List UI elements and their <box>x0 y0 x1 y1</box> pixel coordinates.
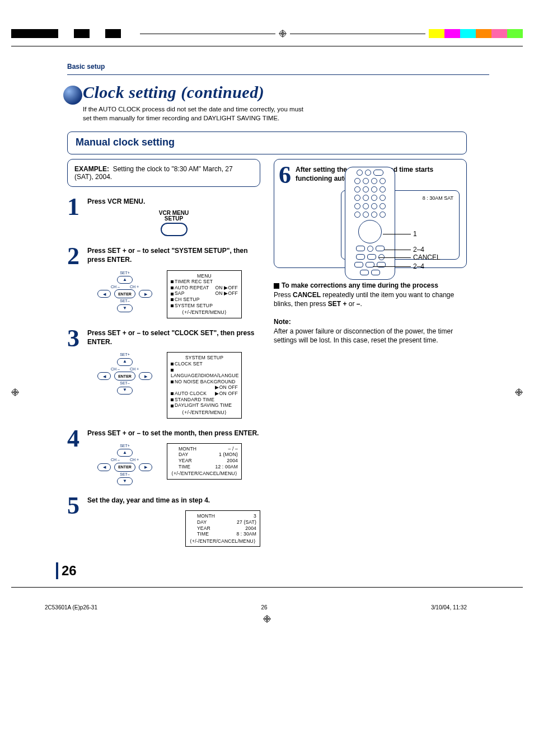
note-body: After a power failure or disconnection o… <box>274 327 467 345</box>
step-5: 5 Set the day, year and time as in step … <box>67 496 260 547</box>
registration-mark-icon <box>11 388 19 396</box>
remote-callout-2: 2–4 <box>413 246 424 253</box>
note-heading: Note: <box>274 318 467 326</box>
square-bullet-icon <box>274 283 279 289</box>
footer-right: 3/10/04, 11:32 <box>431 604 467 611</box>
osd-clock-set: MONTH– / –DAY1 (MON)YEAR2004TIME12 : 00A… <box>167 443 242 480</box>
example-label: EXAMPLE: <box>74 165 109 173</box>
registration-mark-icon <box>263 615 271 623</box>
osd-clock-set-result: MONTH3DAY27 (SAT)YEAR2004TIME8 : 30AM ⟨+… <box>185 510 260 547</box>
footer-left: 2C53601A (E)p26-31 <box>45 604 97 611</box>
registration-mark-icon <box>515 388 523 396</box>
registration-mark-icon <box>279 30 287 37</box>
corrections-heading: To make corrections any time during the … <box>274 281 467 289</box>
corrections-body: Press CANCEL repeatedly until the item y… <box>274 290 467 308</box>
step-1-text: Press VCR MENU. <box>87 198 145 205</box>
registration-color-bars <box>11 25 523 43</box>
step-number: 5 <box>67 496 87 547</box>
page-title: Clock setting (continued) <box>83 83 303 102</box>
footer-center: 26 <box>261 604 267 611</box>
section-heading-box: Manual clock setting <box>67 132 467 154</box>
remote-callout-1: 1 <box>413 230 417 238</box>
step-number: 6 <box>279 165 296 185</box>
set-enter-keypad-illustration: SET+ ▲ CH – CH + ◀ ENTER ▶ <box>94 270 156 313</box>
step-3: 3 Press SET + or – to select "CLOCK SET"… <box>67 328 260 419</box>
step-number: 4 <box>67 429 87 486</box>
step-4: 4 Press SET + or – to set the month, the… <box>67 429 260 486</box>
remote-callout-cancel: CANCEL <box>413 253 441 261</box>
remote-callout-3: 2–4 <box>413 262 424 270</box>
svg-point-4 <box>63 86 82 105</box>
step-number: 1 <box>67 197 87 236</box>
header-rule <box>67 74 489 75</box>
vcr-menu-button-illustration: VCR MENU SETUP <box>87 210 260 236</box>
title-bullet-icon <box>63 85 83 105</box>
intro-text: If the AUTO CLOCK process did not set th… <box>83 105 303 123</box>
section-label: Basic setup <box>67 63 105 71</box>
remote-illustration: 1 2–4 CANCEL 2–4 <box>345 167 474 279</box>
osd-system-setup: SYSTEM SETUP CLOCK SETLANGUAGE/IDIOMA/LA… <box>167 352 242 418</box>
step-number: 3 <box>67 328 87 419</box>
section-heading: Manual clock setting <box>76 137 175 148</box>
step-1: 1 Press VCR MENU. VCR MENU SETUP <box>67 197 260 236</box>
step-number: 2 <box>67 246 87 318</box>
page-number: 26 <box>56 562 534 579</box>
section-header: Basic setup <box>67 61 489 71</box>
print-footer: 2C53601A (E)p26-31 26 3/10/04, 11:32 <box>45 604 467 611</box>
step-2: 2 Press SET + or – to select "SYSTEM SET… <box>67 246 260 318</box>
osd-menu: MENU TIMER REC SETAUTO REPEATON ▶OFFSAPO… <box>167 270 242 318</box>
example-box: EXAMPLE: Setting the clock to "8:30 AM" … <box>67 159 260 187</box>
set-enter-keypad-illustration: SET+ ▲ CH –CH + ◀ENTER▶ SET– ▼ <box>94 352 156 395</box>
set-enter-keypad-illustration: SET+ ▲ CH –CH + ◀ENTER▶ SET– ▼ <box>94 443 156 486</box>
